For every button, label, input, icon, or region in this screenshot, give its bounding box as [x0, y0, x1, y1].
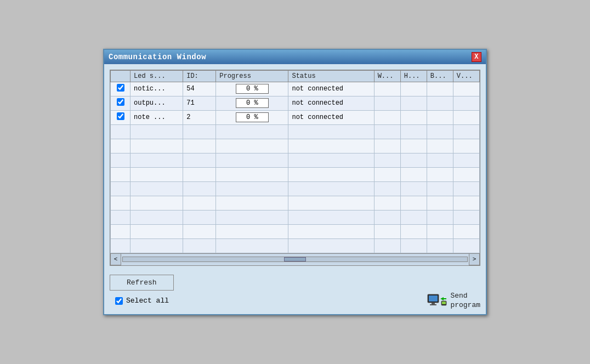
- row-h: [400, 196, 427, 210]
- col-header-progress: Progress: [216, 70, 288, 82]
- row-id: [183, 124, 216, 139]
- row-w: [374, 181, 400, 196]
- window-content: Led s... ID: Progress Status W... H... B…: [104, 64, 486, 271]
- refresh-row: Refresh: [104, 271, 486, 291]
- row-b: [427, 124, 453, 139]
- send-program-area[interactable]: Sendprogram: [427, 292, 480, 310]
- row-led: outpu...: [131, 96, 183, 110]
- row-w: [374, 210, 400, 224]
- row-status: [288, 139, 374, 153]
- row-progress: [216, 224, 288, 238]
- data-table: Led s... ID: Progress Status W... H... B…: [110, 70, 480, 253]
- row-checkbox-cell: [111, 82, 131, 96]
- row-led: [131, 167, 183, 181]
- row-b: [427, 153, 453, 167]
- row-led: [131, 238, 183, 253]
- table-body: notic...540 %not connectedoutpu...710 %n…: [111, 82, 480, 253]
- bottom-row: Select all Sendprogram: [104, 291, 486, 315]
- row-b: [427, 139, 453, 153]
- row-progress: 0 %: [216, 96, 288, 110]
- row-progress: [216, 196, 288, 210]
- select-all-label: Select all: [126, 297, 169, 305]
- row-led: [131, 224, 183, 238]
- row-checkbox-cell: [111, 167, 131, 181]
- col-header-id: ID:: [183, 70, 216, 82]
- row-checkbox-cell: [111, 124, 131, 139]
- row-status: [288, 238, 374, 253]
- row-status: [288, 181, 374, 196]
- row-status: [288, 167, 374, 181]
- row-id: 54: [183, 82, 216, 96]
- table-row: [111, 196, 480, 210]
- row-led: [131, 196, 183, 210]
- table-row: [111, 224, 480, 238]
- row-status: not connected: [288, 82, 374, 96]
- row-id: [183, 196, 216, 210]
- svg-rect-1: [429, 295, 438, 302]
- row-h: [400, 96, 427, 110]
- table-row: notic...540 %not connected: [111, 82, 480, 96]
- row-checkbox-cell: [111, 181, 131, 196]
- row-led: [131, 153, 183, 167]
- send-program-label: Sendprogram: [450, 292, 480, 310]
- row-id: [183, 210, 216, 224]
- row-progress: [216, 124, 288, 139]
- row-w: [374, 82, 400, 96]
- row-checkbox[interactable]: [117, 112, 124, 120]
- row-checkbox-cell: [111, 139, 131, 153]
- row-h: [400, 181, 427, 196]
- row-led: [131, 139, 183, 153]
- row-status: [288, 196, 374, 210]
- row-v: [453, 238, 479, 253]
- row-progress: [216, 238, 288, 253]
- row-status: [288, 153, 374, 167]
- row-progress: [216, 167, 288, 181]
- row-led: [131, 124, 183, 139]
- horizontal-scrollbar: < >: [110, 254, 480, 266]
- row-v: [453, 96, 479, 110]
- row-h: [400, 238, 427, 253]
- close-button[interactable]: X: [472, 52, 481, 62]
- scroll-left-button[interactable]: <: [110, 253, 121, 265]
- row-b: [427, 167, 453, 181]
- select-all-checkbox[interactable]: [115, 297, 123, 305]
- svg-rect-3: [430, 304, 436, 305]
- table-row: note ...20 %not connected: [111, 110, 480, 124]
- row-w: [374, 96, 400, 110]
- row-id: [183, 139, 216, 153]
- row-id: [183, 224, 216, 238]
- col-header-b: B...: [427, 70, 453, 82]
- row-h: [400, 82, 427, 96]
- row-checkbox[interactable]: [117, 98, 124, 106]
- row-progress: [216, 181, 288, 196]
- progress-box: 0 %: [236, 98, 269, 108]
- row-v: [453, 153, 479, 167]
- row-v: [453, 124, 479, 139]
- table-header-row: Led s... ID: Progress Status W... H... B…: [111, 70, 480, 82]
- svg-rect-2: [432, 303, 435, 304]
- data-table-container: Led s... ID: Progress Status W... H... B…: [110, 70, 480, 254]
- row-checkbox-cell: [111, 96, 131, 110]
- row-b: [427, 210, 453, 224]
- row-progress: [216, 139, 288, 153]
- row-v: [453, 82, 479, 96]
- col-header-status: Status: [288, 70, 374, 82]
- row-w: [374, 124, 400, 139]
- row-id: [183, 181, 216, 196]
- row-checkbox-cell: [111, 110, 131, 124]
- row-status: not connected: [288, 96, 374, 110]
- row-h: [400, 139, 427, 153]
- scroll-right-button[interactable]: >: [469, 253, 480, 265]
- row-led: note ...: [131, 110, 183, 124]
- row-checkbox[interactable]: [117, 84, 124, 92]
- table-row: [111, 124, 480, 139]
- row-b: [427, 224, 453, 238]
- row-w: [374, 238, 400, 253]
- row-id: [183, 153, 216, 167]
- row-progress: [216, 153, 288, 167]
- row-status: [288, 210, 374, 224]
- row-w: [374, 196, 400, 210]
- refresh-button[interactable]: Refresh: [110, 275, 174, 291]
- scroll-track[interactable]: [122, 257, 468, 262]
- row-b: [427, 196, 453, 210]
